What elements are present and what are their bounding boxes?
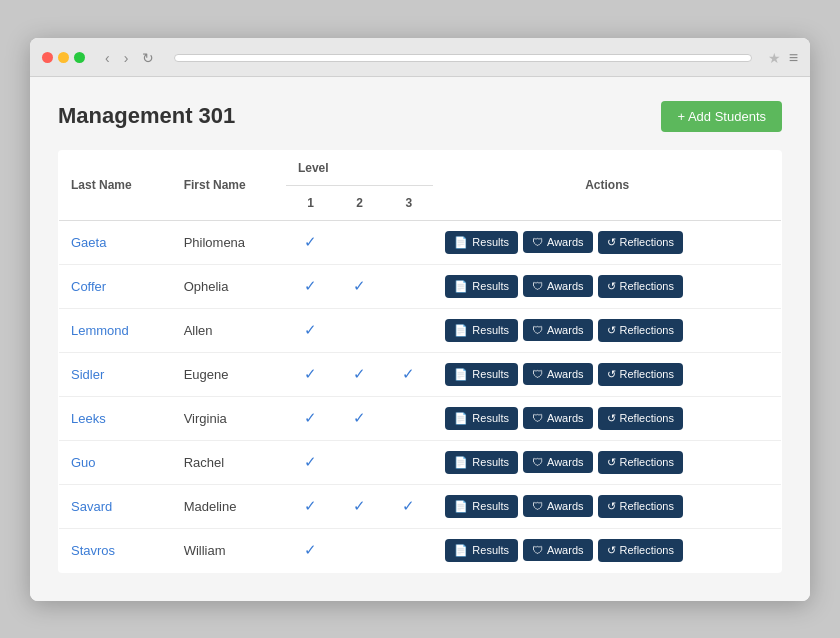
page-header: Management 301 + Add Students [58,101,782,132]
awards-button[interactable]: 🛡Awards [523,407,592,429]
cell-actions: 📄Results🛡Awards↺Reflections [433,352,781,396]
last-name-link[interactable]: Coffer [71,279,106,294]
awards-button[interactable]: 🛡Awards [523,363,592,385]
cell-first-name: Allen [172,308,286,352]
last-name-link[interactable]: Sidler [71,367,104,382]
table-row: GuoRachel✓📄Results🛡Awards↺Reflections [59,440,782,484]
last-name-link[interactable]: Leeks [71,411,106,426]
awards-icon: 🛡 [532,236,543,248]
results-button[interactable]: 📄Results [445,363,518,386]
cell-level-3 [384,528,433,572]
cell-actions: 📄Results🛡Awards↺Reflections [433,396,781,440]
forward-button[interactable]: › [120,48,133,68]
results-button[interactable]: 📄Results [445,231,518,254]
cell-level-1: ✓ [286,440,335,484]
last-name-link[interactable]: Savard [71,499,112,514]
cell-level-2: ✓ [335,264,384,308]
add-students-button[interactable]: + Add Students [661,101,782,132]
reflections-button[interactable]: ↺Reflections [598,363,683,386]
checkmark-icon: ✓ [304,365,317,382]
last-name-link[interactable]: Lemmond [71,323,129,338]
awards-icon: 🛡 [532,368,543,380]
table-row: LemmondAllen✓📄Results🛡Awards↺Reflections [59,308,782,352]
reflections-button[interactable]: ↺Reflections [598,275,683,298]
page-title: Management 301 [58,103,235,129]
results-icon: 📄 [454,500,468,513]
cell-last-name: Savard [59,484,172,528]
results-icon: 📄 [454,368,468,381]
results-button[interactable]: 📄Results [445,451,518,474]
col-level-group: Level [286,150,433,185]
results-icon: 📄 [454,280,468,293]
reflections-button[interactable]: ↺Reflections [598,451,683,474]
back-button[interactable]: ‹ [101,48,114,68]
awards-button[interactable]: 🛡Awards [523,539,592,561]
awards-icon: 🛡 [532,324,543,336]
address-bar[interactable] [174,54,751,62]
last-name-link[interactable]: Gaeta [71,235,106,250]
cell-level-1: ✓ [286,352,335,396]
reflections-button[interactable]: ↺Reflections [598,539,683,562]
results-icon: 📄 [454,412,468,425]
close-button[interactable] [42,52,53,63]
reflections-button[interactable]: ↺Reflections [598,319,683,342]
bookmark-icon[interactable]: ★ [768,50,781,66]
checkmark-icon: ✓ [304,541,317,558]
cell-first-name: Philomena [172,220,286,264]
cell-level-3 [384,396,433,440]
page-content: Management 301 + Add Students Last Name … [30,77,810,601]
awards-button[interactable]: 🛡Awards [523,495,592,517]
cell-level-2 [335,220,384,264]
menu-icon[interactable]: ≡ [789,49,798,67]
cell-level-2: ✓ [335,484,384,528]
results-button[interactable]: 📄Results [445,319,518,342]
refresh-button[interactable]: ↻ [138,48,158,68]
cell-level-1: ✓ [286,308,335,352]
reflections-icon: ↺ [607,280,616,293]
results-icon: 📄 [454,456,468,469]
col-first-name: First Name [172,150,286,220]
cell-last-name: Guo [59,440,172,484]
results-button[interactable]: 📄Results [445,539,518,562]
cell-level-2: ✓ [335,352,384,396]
checkmark-icon: ✓ [304,277,317,294]
cell-level-2: ✓ [335,396,384,440]
checkmark-icon: ✓ [353,409,366,426]
reflections-button[interactable]: ↺Reflections [598,231,683,254]
awards-button[interactable]: 🛡Awards [523,275,592,297]
cell-last-name: Gaeta [59,220,172,264]
students-table: Last Name First Name Level Actions 1 2 3… [58,150,782,573]
checkmark-icon: ✓ [402,497,415,514]
awards-icon: 🛡 [532,500,543,512]
last-name-link[interactable]: Guo [71,455,96,470]
maximize-button[interactable] [74,52,85,63]
cell-level-1: ✓ [286,264,335,308]
results-button[interactable]: 📄Results [445,495,518,518]
cell-level-3: ✓ [384,484,433,528]
reflections-icon: ↺ [607,324,616,337]
awards-icon: 🛡 [532,280,543,292]
last-name-link[interactable]: Stavros [71,543,115,558]
awards-button[interactable]: 🛡Awards [523,319,592,341]
reflections-button[interactable]: ↺Reflections [598,495,683,518]
results-button[interactable]: 📄Results [445,275,518,298]
cell-first-name: Rachel [172,440,286,484]
reflections-icon: ↺ [607,368,616,381]
cell-first-name: Madeline [172,484,286,528]
cell-level-1: ✓ [286,484,335,528]
cell-first-name: William [172,528,286,572]
cell-level-3: ✓ [384,352,433,396]
reflections-icon: ↺ [607,544,616,557]
col-actions: Actions [433,150,781,220]
cell-actions: 📄Results🛡Awards↺Reflections [433,308,781,352]
minimize-button[interactable] [58,52,69,63]
cell-level-1: ✓ [286,396,335,440]
awards-button[interactable]: 🛡Awards [523,231,592,253]
results-button[interactable]: 📄Results [445,407,518,430]
cell-level-3 [384,264,433,308]
checkmark-icon: ✓ [353,365,366,382]
reflections-button[interactable]: ↺Reflections [598,407,683,430]
awards-button[interactable]: 🛡Awards [523,451,592,473]
checkmark-icon: ✓ [304,453,317,470]
browser-titlebar: ‹ › ↻ ★ ≡ [30,38,810,77]
